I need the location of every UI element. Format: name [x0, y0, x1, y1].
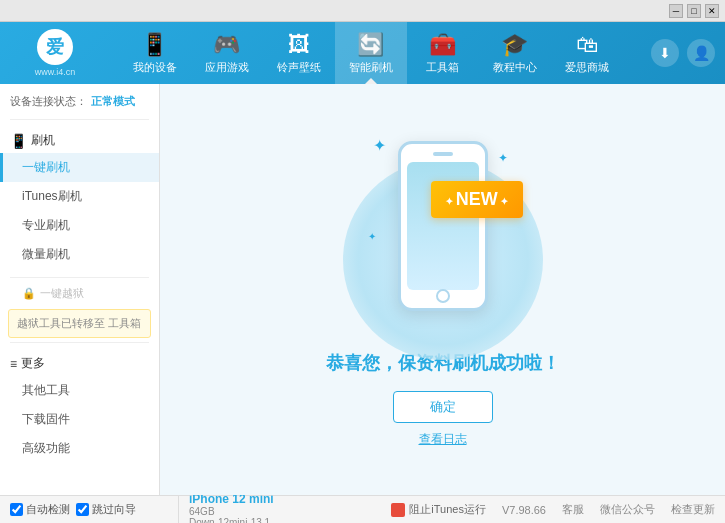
flash-section-label: 刷机 [31, 132, 55, 149]
sparkle-1: ✦ [373, 136, 386, 155]
pro-flash-label: 专业刷机 [22, 218, 70, 232]
flash-section-icon: 📱 [10, 133, 27, 149]
lock-icon: 🔒 [22, 287, 36, 300]
tutorials-icon: 🎓 [501, 32, 528, 58]
status-label: 设备连接状态： [10, 94, 87, 109]
phone-speaker [433, 152, 453, 156]
download-button[interactable]: ⬇ [651, 39, 679, 67]
logo-area[interactable]: 爱 www.i4.cn [10, 29, 100, 77]
more-section-icon: ≡ [10, 357, 17, 371]
sidebar-item-other-tools[interactable]: 其他工具 [0, 376, 159, 405]
jailbreak-notice-text: 越狱工具已转移至 工具箱 [17, 317, 141, 329]
stop-itunes-button[interactable]: 阻止iTunes运行 [391, 502, 486, 517]
wechat-link[interactable]: 微信公众号 [600, 502, 655, 517]
download-firmware-label: 下载固件 [22, 412, 70, 426]
sparkle-2: ✦ [498, 151, 508, 165]
jailbreak-notice: 越狱工具已转移至 工具箱 [8, 309, 151, 338]
more-section-header: ≡ 更多 [0, 351, 159, 376]
nav-store[interactable]: 🛍 爱思商城 [551, 22, 623, 84]
device-model: Down-12mini-13,1 [189, 517, 274, 524]
logo-icon: 爱 [37, 29, 73, 65]
phone-illustration: NEW ✦ ✦ ✦ [363, 131, 523, 331]
sidebar-item-download-firmware[interactable]: 下载固件 [0, 405, 159, 434]
more-section: ≡ 更多 其他工具 下载固件 高级功能 [0, 347, 159, 467]
customer-service-link[interactable]: 客服 [562, 502, 584, 517]
bottom-right: 阻止iTunes运行 V7.98.66 客服 微信公众号 检查更新 [391, 502, 715, 517]
user-button[interactable]: 👤 [687, 39, 715, 67]
main-area: 设备连接状态： 正常模式 📱 刷机 一键刷机 iTunes刷机 专业刷机 微量刷… [0, 84, 725, 495]
sidebar-item-itunes-flash[interactable]: iTunes刷机 [0, 182, 159, 211]
nav-my-device-label: 我的设备 [133, 60, 177, 75]
nav-store-label: 爱思商城 [565, 60, 609, 75]
sidebar-item-advanced[interactable]: 高级功能 [0, 434, 159, 463]
phone-body [398, 141, 488, 311]
auto-connect-label: 自动检测 [26, 502, 70, 517]
flash-section: 📱 刷机 一键刷机 iTunes刷机 专业刷机 微量刷机 [0, 124, 159, 273]
divider-3 [10, 342, 149, 343]
close-button[interactable]: ✕ [705, 4, 719, 18]
main-content: NEW ✦ ✦ ✦ 恭喜您，保资料刷机成功啦！ 确定 查看日志 [160, 84, 725, 495]
sidebar-item-pro-flash[interactable]: 专业刷机 [0, 211, 159, 240]
store-icon: 🛍 [576, 32, 598, 58]
device-storage: 64GB [189, 506, 274, 517]
view-log-link[interactable]: 查看日志 [419, 431, 467, 448]
nav-toolbox[interactable]: 🧰 工具箱 [407, 22, 479, 84]
phone-home-button [436, 289, 450, 303]
maximize-button[interactable]: □ [687, 4, 701, 18]
bottom-bar: 自动检测 跳过向导 iPhone 12 mini 64GB Down-12min… [0, 495, 725, 523]
apps-icon: 🎮 [213, 32, 240, 58]
check-update-link[interactable]: 检查更新 [671, 502, 715, 517]
window-controls[interactable]: ─ □ ✕ [669, 4, 719, 18]
wallpaper-icon: 🖼 [288, 32, 310, 58]
one-click-flash-label: 一键刷机 [22, 160, 70, 174]
confirm-button[interactable]: 确定 [393, 391, 493, 423]
nav-toolbox-label: 工具箱 [426, 60, 459, 75]
auto-connect-checkbox[interactable]: 自动检测 [10, 502, 70, 517]
stop-itunes-label: 阻止iTunes运行 [409, 502, 486, 517]
nav-bar: 📱 我的设备 🎮 应用游戏 🖼 铃声壁纸 🔄 智能刷机 🧰 工具箱 🎓 教程中心… [100, 22, 641, 84]
skip-wizard-checkbox[interactable]: 跳过向导 [76, 502, 136, 517]
sparkle-3: ✦ [368, 231, 376, 242]
nav-tutorials[interactable]: 🎓 教程中心 [479, 22, 551, 84]
other-tools-label: 其他工具 [22, 383, 70, 397]
jailbreak-section-header: 🔒 一键越狱 [0, 282, 159, 305]
device-status: 设备连接状态： 正常模式 [0, 88, 159, 115]
stop-icon [391, 503, 405, 517]
smart-flash-icon: 🔄 [357, 32, 384, 58]
sidebar: 设备连接状态： 正常模式 📱 刷机 一键刷机 iTunes刷机 专业刷机 微量刷… [0, 84, 160, 495]
nav-wallpaper[interactable]: 🖼 铃声壁纸 [263, 22, 335, 84]
status-value: 正常模式 [91, 94, 135, 109]
new-badge: NEW [431, 181, 523, 218]
minimize-button[interactable]: ─ [669, 4, 683, 18]
header: 爱 www.i4.cn 📱 我的设备 🎮 应用游戏 🖼 铃声壁纸 🔄 智能刷机 … [0, 22, 725, 84]
my-device-icon: 📱 [141, 32, 168, 58]
nav-smart-flash-label: 智能刷机 [349, 60, 393, 75]
device-info: iPhone 12 mini 64GB Down-12mini-13,1 [178, 492, 284, 524]
advanced-label: 高级功能 [22, 441, 70, 455]
bottom-left: 自动检测 跳过向导 [10, 502, 170, 517]
toolbox-icon: 🧰 [429, 32, 456, 58]
nav-apps[interactable]: 🎮 应用游戏 [191, 22, 263, 84]
flash-section-header: 📱 刷机 [0, 128, 159, 153]
version-label: V7.98.66 [502, 504, 546, 516]
nav-smart-flash[interactable]: 🔄 智能刷机 [335, 22, 407, 84]
jailbreak-label: 一键越狱 [40, 286, 84, 301]
micro-flash-label: 微量刷机 [22, 247, 70, 261]
nav-apps-label: 应用游戏 [205, 60, 249, 75]
skip-wizard-input[interactable] [76, 503, 89, 516]
nav-my-device[interactable]: 📱 我的设备 [119, 22, 191, 84]
nav-tutorials-label: 教程中心 [493, 60, 537, 75]
sidebar-item-one-click-flash[interactable]: 一键刷机 [0, 153, 159, 182]
nav-wallpaper-label: 铃声壁纸 [277, 60, 321, 75]
divider-1 [10, 119, 149, 120]
logo-subtext: www.i4.cn [35, 67, 76, 77]
nav-right-buttons: ⬇ 👤 [651, 39, 715, 67]
skip-wizard-label: 跳过向导 [92, 502, 136, 517]
more-section-label: 更多 [21, 355, 45, 372]
divider-2 [10, 277, 149, 278]
sidebar-item-micro-flash[interactable]: 微量刷机 [0, 240, 159, 269]
auto-connect-input[interactable] [10, 503, 23, 516]
itunes-flash-label: iTunes刷机 [22, 189, 82, 203]
title-bar: ─ □ ✕ [0, 0, 725, 22]
